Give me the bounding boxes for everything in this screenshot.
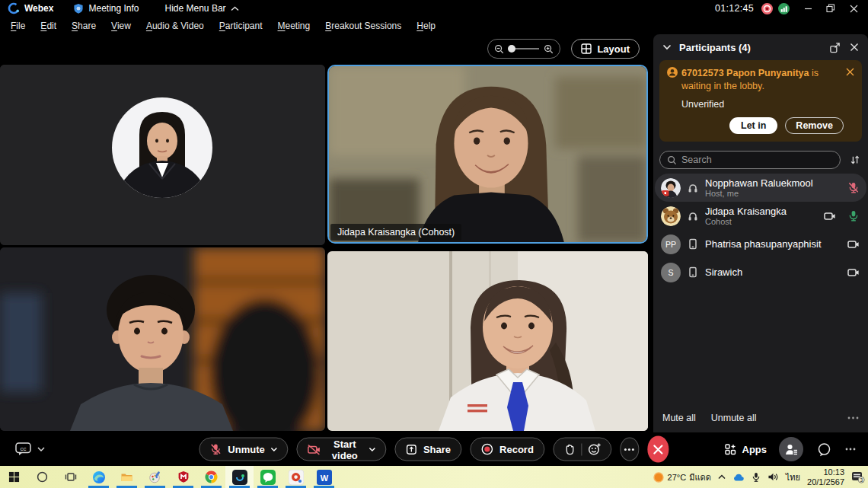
participants-search-box[interactable]: [659, 151, 841, 169]
svg-text:3: 3: [860, 477, 863, 483]
taskbar-clock[interactable]: 10:13 20/1/2567: [807, 467, 844, 487]
control-buttons: Unmute Start video Share: [199, 436, 669, 463]
hidden-icons-chevron-icon[interactable]: [718, 474, 726, 480]
hide-menu-bar-button[interactable]: Hide Menu Bar: [165, 3, 239, 14]
close-panel-button[interactable]: [848, 41, 860, 53]
participant-row-3[interactable]: PP Phatrisa phasupanyaphisit: [653, 230, 868, 258]
video-tile-participant-3[interactable]: [0, 247, 325, 431]
close-button[interactable]: [844, 1, 863, 16]
menu-participant[interactable]: Participant: [212, 18, 270, 33]
start-video-button[interactable]: Start video: [297, 438, 386, 461]
meeting-info-button[interactable]: Meeting Info: [73, 3, 139, 14]
more-panels-icon[interactable]: [845, 448, 856, 451]
taskbar-app-photos[interactable]: [282, 466, 310, 488]
lobby-participant-name: 67012573 Papon Punyanitya: [681, 68, 809, 78]
collapse-panel-button[interactable]: [661, 43, 673, 52]
apps-button[interactable]: Apps: [725, 444, 767, 455]
lobby-verification-status: Unverified: [681, 99, 844, 110]
panel-more-options-icon[interactable]: [847, 416, 859, 419]
minimize-button[interactable]: [798, 1, 818, 16]
taskbar-app-word[interactable]: W: [310, 466, 338, 488]
sort-participants-icon[interactable]: [848, 153, 862, 167]
record-button[interactable]: Record: [470, 438, 544, 461]
taskbar-search-button[interactable]: [28, 466, 56, 488]
participant-row-host[interactable]: Nopphawan Raluekmool Host, me: [655, 174, 866, 202]
taskbar-app-paint[interactable]: [141, 466, 169, 488]
paint-palette-icon: [148, 470, 161, 483]
mic-on-icon[interactable]: [847, 209, 860, 222]
video-stage: Layout: [0, 34, 649, 432]
task-view-button[interactable]: [56, 466, 85, 488]
video-tile-active-speaker[interactable]: Jidapa Kraisangka (Cohost): [327, 65, 648, 244]
photos-app-icon: [289, 470, 304, 485]
tray-time: 10:13: [807, 467, 844, 477]
participant-row-cohost[interactable]: Jidapa Kraisangka Cohost: [653, 202, 868, 230]
more-options-button[interactable]: [620, 438, 639, 461]
chevron-down-icon[interactable]: [37, 447, 45, 452]
chat-toggle-button[interactable]: [815, 441, 833, 458]
taskbar-app-chrome[interactable]: [197, 466, 225, 488]
let-in-button[interactable]: Let in: [729, 117, 777, 134]
zoom-out-icon[interactable]: [494, 44, 504, 54]
speaker-icon[interactable]: [767, 472, 779, 482]
taskbar-app-file-explorer[interactable]: [113, 466, 141, 488]
zoom-in-icon[interactable]: [544, 44, 554, 54]
sun-icon: [653, 471, 665, 483]
menu-share[interactable]: Share: [64, 18, 104, 33]
menu-edit[interactable]: Edit: [33, 18, 64, 33]
unmute-button[interactable]: Unmute: [199, 438, 288, 461]
participants-icon: [785, 443, 798, 455]
chevron-down-icon[interactable]: [369, 447, 375, 451]
reactions-smiley-icon[interactable]: [588, 443, 601, 456]
record-indicator-icon[interactable]: [761, 3, 773, 14]
menu-audio-video[interactable]: Audio & Video: [139, 18, 212, 33]
taskbar-app-mcafee[interactable]: [169, 466, 197, 488]
menu-breakout-sessions[interactable]: Breakout Sessions: [318, 18, 409, 33]
avatar: [661, 178, 681, 198]
remove-button[interactable]: Remove: [785, 117, 844, 134]
mic-muted-icon[interactable]: [847, 181, 860, 194]
captions-control[interactable]: cc: [15, 442, 45, 457]
windows-logo-icon: [8, 471, 20, 483]
video-tile-avatar[interactable]: [0, 65, 325, 245]
share-button[interactable]: Share: [394, 438, 461, 461]
raise-hand-icon[interactable]: [563, 443, 575, 456]
taskbar-app-line[interactable]: [254, 466, 282, 488]
start-button[interactable]: [0, 466, 28, 488]
layout-grid-icon: [581, 43, 592, 54]
dismiss-lobby-notification-icon[interactable]: [844, 66, 856, 78]
video-tile-participant-4[interactable]: [327, 251, 648, 431]
restore-button[interactable]: [821, 1, 841, 16]
mute-all-button[interactable]: Mute all: [662, 413, 696, 423]
participants-toggle-button[interactable]: [779, 437, 803, 461]
taskbar-app-edge[interactable]: [85, 466, 113, 488]
onedrive-cloud-icon[interactable]: [732, 472, 745, 482]
menu-help[interactable]: Help: [409, 18, 443, 33]
participant-row-4[interactable]: S Sirawich: [653, 258, 868, 286]
weather-widget[interactable]: 27°C มีแดด: [653, 470, 711, 484]
closed-captions-icon[interactable]: cc: [15, 442, 32, 457]
zoom-slider[interactable]: [507, 44, 541, 53]
language-indicator[interactable]: ไทย: [786, 470, 800, 484]
windows-taskbar: W 27°C มีแดด ไทย: [0, 466, 868, 488]
menu-meeting[interactable]: Meeting: [270, 18, 318, 33]
active-speaker-name-label: Jidapa Kraisangka (Cohost): [330, 224, 461, 241]
connection-quality-icon[interactable]: [778, 3, 790, 14]
menu-file[interactable]: File: [3, 18, 33, 33]
search-icon: [667, 155, 677, 165]
menu-view[interactable]: View: [104, 18, 139, 33]
participants-search-input[interactable]: [681, 155, 833, 165]
weather-temp: 27°C: [668, 473, 687, 482]
participant-role: Cohost: [705, 217, 813, 227]
layout-button[interactable]: Layout: [571, 39, 640, 59]
leave-meeting-button[interactable]: [647, 436, 669, 463]
popout-panel-button[interactable]: [828, 40, 842, 55]
tray-mic-icon[interactable]: [752, 472, 761, 483]
unmute-all-button[interactable]: Unmute all: [711, 413, 757, 423]
participant-info: Nopphawan Raluekmool Host, me: [705, 177, 837, 199]
taskbar-app-webex[interactable]: [225, 466, 254, 488]
menubar: File Edit Share View Audio & Video Parti…: [0, 17, 868, 34]
zoom-slider-control[interactable]: [487, 39, 560, 59]
chevron-down-icon[interactable]: [271, 447, 278, 451]
notification-center-button[interactable]: 3: [851, 470, 865, 483]
